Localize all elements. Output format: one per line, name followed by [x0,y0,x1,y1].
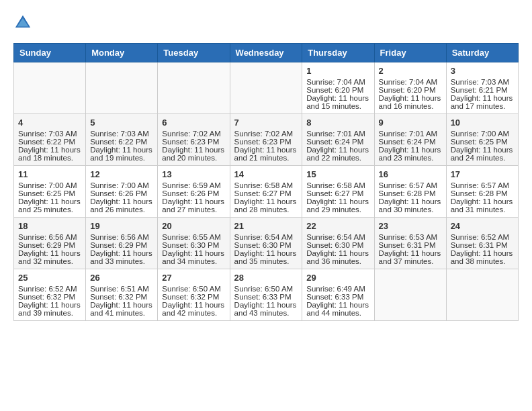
day-info: Sunrise: 7:04 AM [379,78,442,86]
day-info: Sunrise: 6:52 AM [18,285,81,293]
day-info: Sunrise: 7:01 AM [306,130,369,138]
calendar-cell: 5Sunrise: 7:03 AMSunset: 6:22 PMDaylight… [86,114,158,166]
day-number: 6 [162,118,225,128]
day-info: Daylight: 11 hours and 36 minutes. [306,249,369,265]
day-info: Sunset: 6:22 PM [18,138,81,146]
calendar-cell: 29Sunrise: 6:49 AMSunset: 6:33 PMDayligh… [302,269,374,321]
day-number: 10 [451,118,514,128]
day-info: Sunset: 6:27 PM [306,189,369,197]
day-info: Daylight: 11 hours and 31 minutes. [451,197,514,214]
day-number: 1 [306,66,369,76]
day-number: 21 [234,221,298,231]
day-number: 11 [18,169,81,179]
calendar-cell: 19Sunrise: 6:56 AMSunset: 6:29 PMDayligh… [86,218,158,269]
calendar-cell: 25Sunrise: 6:52 AMSunset: 6:32 PMDayligh… [14,269,86,321]
day-number: 24 [451,221,514,231]
day-info: Daylight: 11 hours and 21 minutes. [234,146,298,162]
calendar-week-row: 18Sunrise: 6:56 AMSunset: 6:29 PMDayligh… [14,218,519,269]
day-info: Sunrise: 6:58 AM [306,181,369,189]
day-info: Daylight: 11 hours and 34 minutes. [162,249,225,265]
day-number: 14 [234,169,298,179]
day-number: 7 [234,118,298,128]
page-header [13,13,519,32]
day-number: 28 [234,273,298,283]
day-info: Daylight: 11 hours and 33 minutes. [90,249,153,265]
day-info: Sunset: 6:30 PM [234,241,298,249]
calendar-cell: 6Sunrise: 7:02 AMSunset: 6:23 PMDaylight… [158,114,230,166]
day-number: 17 [451,169,514,179]
day-info: Sunrise: 7:00 AM [18,181,81,189]
day-info: Sunrise: 6:56 AM [18,233,81,241]
day-number: 27 [162,273,225,283]
day-number: 15 [306,169,369,179]
day-info: Sunrise: 7:04 AM [306,78,369,86]
day-number: 22 [306,221,369,231]
calendar-cell: 8Sunrise: 7:01 AMSunset: 6:24 PMDaylight… [302,114,374,166]
day-info: Sunset: 6:24 PM [306,138,369,146]
day-info: Daylight: 11 hours and 25 minutes. [18,197,81,214]
day-info: Sunrise: 7:00 AM [451,130,514,138]
day-info: Sunset: 6:31 PM [379,241,442,249]
calendar-week-row: 11Sunrise: 7:00 AMSunset: 6:25 PMDayligh… [14,166,519,218]
day-number: 4 [18,118,81,128]
day-number: 26 [90,273,153,283]
day-number: 25 [18,273,81,283]
day-info: Sunset: 6:26 PM [162,189,225,197]
calendar-cell: 26Sunrise: 6:51 AMSunset: 6:32 PMDayligh… [86,269,158,321]
day-info: Sunset: 6:32 PM [162,293,225,301]
day-info: Sunrise: 7:03 AM [18,130,81,138]
day-info: Daylight: 11 hours and 22 minutes. [306,146,369,162]
day-info: Sunrise: 6:50 AM [234,285,298,293]
day-info: Sunset: 6:20 PM [379,86,442,94]
day-info: Daylight: 11 hours and 44 minutes. [306,301,369,317]
day-info: Daylight: 11 hours and 38 minutes. [451,249,514,265]
day-info: Sunrise: 6:54 AM [306,233,369,241]
day-info: Sunrise: 6:57 AM [379,181,442,189]
day-header-tuesday: Tuesday [158,44,230,62]
day-number: 29 [306,273,369,283]
day-info: Daylight: 11 hours and 35 minutes. [234,249,298,265]
calendar-cell: 28Sunrise: 6:50 AMSunset: 6:33 PMDayligh… [230,269,302,321]
day-info: Sunset: 6:25 PM [451,138,514,146]
day-header-wednesday: Wednesday [230,44,302,62]
day-info: Daylight: 11 hours and 29 minutes. [306,197,369,214]
day-header-sunday: Sunday [14,44,86,62]
day-header-saturday: Saturday [446,44,518,62]
logo [13,13,35,32]
day-number: 20 [162,221,225,231]
day-number: 2 [379,66,442,76]
calendar-cell: 17Sunrise: 6:57 AMSunset: 6:28 PMDayligh… [446,166,518,218]
calendar-cell: 1Sunrise: 7:04 AMSunset: 6:20 PMDaylight… [302,62,374,114]
calendar-cell: 20Sunrise: 6:55 AMSunset: 6:30 PMDayligh… [158,218,230,269]
calendar-cell: 2Sunrise: 7:04 AMSunset: 6:20 PMDaylight… [374,62,446,114]
day-info: Daylight: 11 hours and 28 minutes. [234,197,298,214]
day-info: Sunset: 6:33 PM [234,293,298,301]
day-info: Sunrise: 7:03 AM [451,78,514,86]
day-info: Daylight: 11 hours and 15 minutes. [306,94,369,110]
day-info: Daylight: 11 hours and 16 minutes. [379,94,442,110]
calendar-cell [158,62,230,114]
calendar-cell: 16Sunrise: 6:57 AMSunset: 6:28 PMDayligh… [374,166,446,218]
day-info: Sunrise: 6:49 AM [306,285,369,293]
day-info: Daylight: 11 hours and 39 minutes. [18,301,81,317]
day-info: Daylight: 11 hours and 19 minutes. [90,146,153,162]
calendar-cell [446,269,518,321]
day-info: Daylight: 11 hours and 18 minutes. [18,146,81,162]
day-info: Sunrise: 6:57 AM [451,181,514,189]
calendar-cell: 7Sunrise: 7:02 AMSunset: 6:23 PMDaylight… [230,114,302,166]
day-number: 9 [379,118,442,128]
day-info: Daylight: 11 hours and 27 minutes. [162,197,225,214]
calendar-week-row: 4Sunrise: 7:03 AMSunset: 6:22 PMDaylight… [14,114,519,166]
calendar-cell [230,62,302,114]
day-header-friday: Friday [374,44,446,62]
day-info: Daylight: 11 hours and 23 minutes. [379,146,442,162]
day-info: Sunset: 6:32 PM [18,293,81,301]
calendar-cell: 18Sunrise: 6:56 AMSunset: 6:29 PMDayligh… [14,218,86,269]
calendar-cell: 22Sunrise: 6:54 AMSunset: 6:30 PMDayligh… [302,218,374,269]
day-info: Sunset: 6:27 PM [234,189,298,197]
day-info: Sunrise: 6:52 AM [451,233,514,241]
calendar-week-row: 25Sunrise: 6:52 AMSunset: 6:32 PMDayligh… [14,269,519,321]
day-number: 19 [90,221,153,231]
day-info: Sunset: 6:23 PM [162,138,225,146]
calendar-cell: 23Sunrise: 6:53 AMSunset: 6:31 PMDayligh… [374,218,446,269]
